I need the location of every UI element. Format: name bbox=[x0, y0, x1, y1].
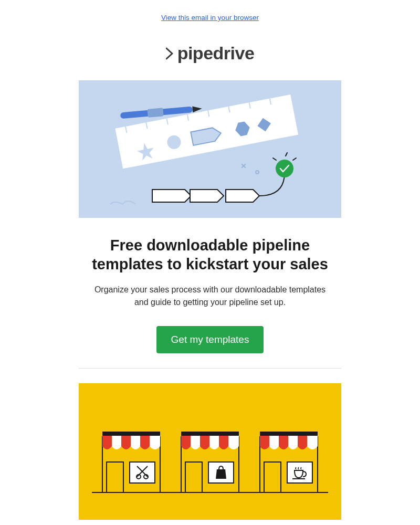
svg-rect-20 bbox=[79, 383, 341, 520]
section-divider bbox=[79, 368, 341, 369]
svg-rect-25 bbox=[112, 436, 121, 446]
svg-rect-42 bbox=[219, 436, 228, 446]
brand-name: pipedrive bbox=[177, 43, 255, 64]
logo-arrow-icon bbox=[166, 46, 175, 61]
brand-logo: pipedrive bbox=[166, 43, 255, 64]
svg-rect-51 bbox=[288, 436, 298, 446]
hero-illustration-templates bbox=[79, 80, 341, 218]
svg-rect-55 bbox=[287, 462, 312, 483]
svg-point-19 bbox=[276, 160, 293, 177]
view-in-browser-link[interactable]: View this email in your browser bbox=[161, 14, 259, 22]
section-headline: Free downloadable pipeline templates to … bbox=[79, 218, 341, 284]
hero-illustration-stores bbox=[79, 383, 341, 520]
svg-rect-38 bbox=[181, 436, 191, 446]
svg-rect-28 bbox=[140, 436, 150, 446]
get-templates-button[interactable]: Get my templates bbox=[156, 326, 264, 353]
svg-rect-48 bbox=[260, 436, 269, 446]
svg-rect-41 bbox=[209, 436, 219, 446]
svg-rect-29 bbox=[150, 436, 160, 446]
section-subhead: Organize your sales process with our dow… bbox=[79, 284, 341, 327]
svg-rect-31 bbox=[130, 462, 155, 483]
svg-rect-53 bbox=[307, 436, 318, 446]
svg-rect-50 bbox=[279, 436, 288, 446]
svg-rect-24 bbox=[102, 436, 112, 446]
svg-rect-39 bbox=[191, 436, 200, 446]
svg-rect-12 bbox=[147, 108, 163, 118]
svg-rect-23 bbox=[102, 432, 160, 436]
svg-rect-52 bbox=[298, 436, 307, 446]
svg-rect-47 bbox=[260, 432, 318, 436]
svg-rect-27 bbox=[131, 436, 140, 446]
svg-rect-26 bbox=[121, 436, 131, 446]
svg-rect-43 bbox=[228, 436, 239, 446]
svg-rect-49 bbox=[269, 436, 279, 446]
svg-rect-40 bbox=[200, 436, 209, 446]
svg-rect-37 bbox=[181, 432, 239, 436]
